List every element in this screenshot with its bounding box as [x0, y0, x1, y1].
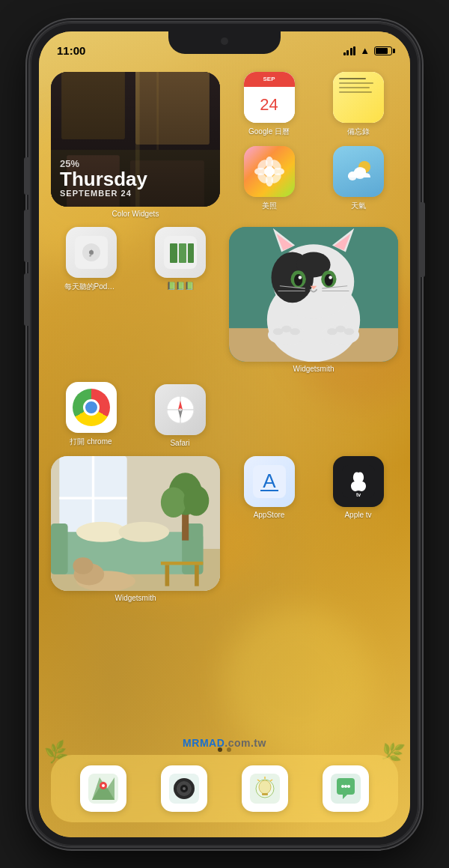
google-cal-app[interactable]: SEP 24 Google 日曆 [229, 72, 309, 137]
svg-point-42 [325, 273, 333, 285]
safari-app[interactable]: Safari [140, 384, 220, 447]
svg-point-95 [183, 787, 186, 790]
notch [168, 31, 281, 54]
safari-icon[interactable] [155, 384, 206, 435]
svg-point-20 [354, 167, 366, 179]
svg-text:A: A [263, 470, 276, 492]
room-widget[interactable] [51, 456, 220, 591]
svg-point-57 [344, 328, 355, 335]
gcal-date: 24 [260, 95, 278, 115]
svg-rect-26 [170, 243, 177, 263]
svg-point-72 [118, 521, 169, 541]
svg-point-75 [161, 487, 186, 518]
cat-widget[interactable] [229, 227, 398, 362]
dock-music-icon[interactable] [161, 765, 207, 812]
books-label: 📗📗📗 [167, 282, 194, 290]
notes-line-3 [339, 87, 370, 88]
weather-icon[interactable] [333, 146, 384, 197]
screen: 🌿 🌿 11:00 ▲ [39, 31, 410, 837]
icon-row-top: SEP 24 Google 日曆 [229, 72, 398, 137]
photos-icon[interactable] [244, 146, 295, 197]
svg-point-24 [89, 250, 94, 255]
room-widget-label: Widgetsmith [114, 594, 156, 602]
dock-mind-app[interactable] [242, 765, 288, 812]
room-widget-container: Widgetsmith [51, 456, 220, 602]
svg-point-100 [259, 780, 271, 794]
weather-app[interactable]: 天氣 [318, 146, 398, 211]
page-dot-2 [227, 747, 231, 752]
appstore-app[interactable]: A AppStore [229, 456, 309, 556]
appletv-icon[interactable]: tv [333, 456, 384, 507]
books-icon[interactable] [155, 227, 206, 278]
row-2: ♪ 每天聽的Podcast [51, 227, 398, 373]
page-dot-1 [218, 747, 222, 752]
svg-point-43 [299, 276, 302, 279]
dock-music-app[interactable] [161, 765, 207, 812]
row-4: Widgetsmith A AppStore [51, 456, 398, 602]
appstore-label: AppStore [254, 511, 285, 519]
appletv-app[interactable]: tv Apple tv [318, 456, 398, 556]
svg-rect-27 [179, 243, 186, 263]
svg-point-90 [102, 784, 105, 787]
chrome-label: 打開 chrome [70, 437, 112, 447]
icon-row-bottom: 美照 [229, 146, 398, 211]
status-icons: ▲ [343, 39, 392, 56]
color-widget[interactable]: 25% Thursday SEPTEMBER 24 [51, 72, 220, 207]
books-app[interactable]: 📗📗📗 [140, 227, 220, 290]
chrome-ring [73, 389, 110, 426]
dock [51, 755, 398, 822]
google-cal-icon[interactable]: SEP 24 [244, 72, 295, 123]
volume-up-button[interactable] [24, 210, 28, 262]
svg-point-54 [290, 328, 300, 335]
svg-rect-69 [51, 523, 68, 574]
svg-point-76 [183, 485, 209, 516]
svg-point-107 [344, 785, 347, 788]
photos-app[interactable]: 美照 [229, 146, 309, 211]
widget-date: SEPTEMBER 24 [60, 189, 211, 198]
google-cal-label: Google 日曆 [248, 127, 290, 137]
svg-point-106 [341, 785, 344, 788]
page-dots [39, 747, 410, 752]
dock-maps-icon[interactable] [80, 765, 126, 812]
row-3: 打開 chrome Safari [51, 382, 398, 447]
svg-point-41 [294, 273, 302, 285]
chrome-app[interactable]: 打開 chrome [51, 382, 131, 447]
power-button[interactable] [421, 202, 425, 277]
dock-messages-icon[interactable] [323, 765, 369, 812]
color-widget-label: Color Widgets [112, 210, 159, 218]
podcast-app[interactable]: ♪ 每天聽的Podcast [51, 227, 131, 292]
podcast-icon[interactable]: ♪ [66, 227, 117, 278]
dock-maps-app[interactable] [80, 765, 126, 812]
dock-mind-icon[interactable] [242, 765, 288, 812]
row4-empty-1 [229, 565, 309, 602]
notes-line-2 [339, 82, 374, 84]
svg-point-17 [264, 166, 275, 177]
widget-day: Thursday [60, 169, 211, 189]
weather-label: 天氣 [351, 201, 366, 211]
svg-rect-82 [195, 565, 199, 586]
appstore-icon[interactable]: A [244, 456, 295, 507]
battery-icon [374, 46, 392, 55]
svg-rect-28 [188, 243, 194, 263]
home-content: 25% Thursday SEPTEMBER 24 Color Widgets [39, 64, 410, 837]
svg-point-44 [329, 276, 332, 279]
battery-fill [376, 48, 388, 54]
row4-empty-2 [318, 565, 398, 602]
appletv-label: Apple tv [344, 511, 371, 519]
svg-rect-81 [165, 565, 170, 586]
svg-point-108 [347, 785, 350, 788]
phone-frame: 🌿 🌿 11:00 ▲ [30, 22, 419, 846]
svg-text:tv: tv [355, 492, 360, 497]
notes-line-4 [339, 91, 372, 93]
svg-point-79 [73, 557, 93, 574]
signal-bar-3 [350, 48, 352, 55]
notes-line-1 [339, 78, 366, 79]
right-column-row1: SEP 24 Google 日曆 [229, 72, 398, 218]
notes-icon[interactable] [333, 72, 384, 123]
volume-down-button[interactable] [24, 273, 28, 326]
cat-widget-container: Widgetsmith [229, 227, 398, 373]
notes-app[interactable]: 備忘錄 [318, 72, 398, 137]
dock-messages-app[interactable] [323, 765, 369, 812]
chrome-icon[interactable] [66, 382, 117, 433]
signal-bars [343, 46, 356, 55]
